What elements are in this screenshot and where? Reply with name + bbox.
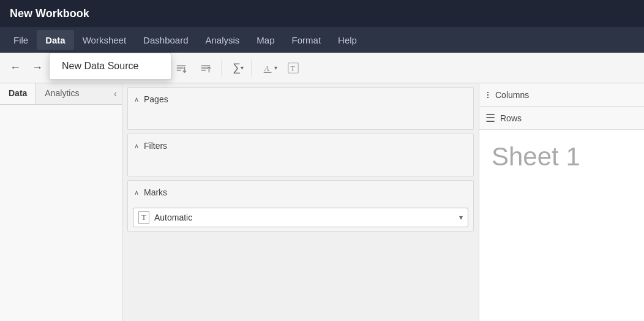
tab-data[interactable]: Data <box>0 83 36 104</box>
marks-dropdown-arrow: ▾ <box>459 213 463 222</box>
label-icon: A <box>262 62 274 74</box>
pages-shelf-body[interactable] <box>128 111 473 129</box>
sort-desc-button[interactable] <box>195 58 217 78</box>
forward-button[interactable]: → <box>27 58 48 78</box>
workbook-title: New Workbook <box>10 7 89 20</box>
data-dropdown-menu: New Data Source <box>49 53 171 80</box>
marks-type-label: Automatic <box>154 213 192 222</box>
sheet-title: Sheet 1 <box>492 142 580 172</box>
columns-icon: ⫶ <box>485 89 490 100</box>
svg-text:T: T <box>290 64 295 72</box>
tab-analytics[interactable]: Analytics <box>36 83 108 104</box>
panel-tabs: Data Analytics ‹ <box>0 83 122 105</box>
right-panel: ⫶ Columns ☰ Rows Sheet 1 <box>479 83 644 321</box>
marks-shelf-header: ∧ Marks <box>128 181 473 204</box>
menu-bar: File Data Worksheet Dashboard Analysis M… <box>0 27 644 53</box>
filters-shelf: ∧ Filters <box>127 134 474 176</box>
filters-label: Filters <box>144 141 167 151</box>
nav-buttons: ← → <box>5 58 48 78</box>
columns-shelf[interactable]: ⫶ Columns <box>479 83 644 107</box>
rows-label: Rows <box>500 113 522 123</box>
rows-icon: ☰ <box>485 111 495 125</box>
forward-icon: → <box>32 61 43 74</box>
pages-label: Pages <box>144 94 168 104</box>
marks-label: Marks <box>144 187 167 197</box>
rows-shelf[interactable]: ☰ Rows <box>479 107 644 130</box>
menu-help[interactable]: Help <box>329 30 365 50</box>
sort-asc-button[interactable] <box>170 58 192 78</box>
back-button[interactable]: ← <box>5 58 26 78</box>
label-button[interactable]: A ▾ <box>257 58 280 78</box>
marks-chevron-icon: ∧ <box>134 189 139 197</box>
title-bar: New Workbook <box>0 0 644 27</box>
toolbar-separator-4 <box>252 59 252 77</box>
text-icon: T <box>287 62 299 74</box>
menu-data[interactable]: Data <box>37 30 74 50</box>
svg-text:A: A <box>264 64 269 72</box>
back-icon: ← <box>10 61 21 74</box>
dropdown-arrow-3: ▾ <box>241 64 244 71</box>
marks-shelf: ∧ Marks T Automatic ▾ <box>127 180 474 232</box>
new-data-source-item[interactable]: New Data Source <box>50 53 171 79</box>
menu-worksheet[interactable]: Worksheet <box>74 30 135 50</box>
filters-chevron-icon: ∧ <box>134 142 139 150</box>
menu-file[interactable]: File <box>5 30 37 50</box>
pages-shelf: ∧ Pages <box>127 87 474 130</box>
pages-chevron-icon: ∧ <box>134 96 139 104</box>
main-area: Data Analytics ‹ ∧ Pages ∧ Filters ∧ <box>0 83 644 321</box>
aggregate-button[interactable]: ∑ ▾ <box>227 58 247 78</box>
pages-shelf-header: ∧ Pages <box>128 88 473 111</box>
dropdown-arrow-4: ▾ <box>274 64 277 71</box>
filters-shelf-header: ∧ Filters <box>128 134 473 157</box>
columns-label: Columns <box>495 90 529 100</box>
sort-asc-icon <box>175 62 187 74</box>
marks-type-dropdown[interactable]: T Automatic ▾ <box>133 208 468 227</box>
center-panel: ∧ Pages ∧ Filters ∧ Marks T Automatic ▾ <box>122 83 479 321</box>
marks-type-icon: T <box>138 211 149 224</box>
menu-dashboard[interactable]: Dashboard <box>135 30 197 50</box>
menu-map[interactable]: Map <box>248 30 283 50</box>
sheet-canvas: Sheet 1 <box>479 130 644 321</box>
menu-analysis[interactable]: Analysis <box>197 30 249 50</box>
filters-shelf-body[interactable] <box>128 157 473 176</box>
collapse-arrow[interactable]: ‹ <box>109 83 122 104</box>
sort-desc-icon <box>200 62 212 74</box>
left-panel: Data Analytics ‹ <box>0 83 122 321</box>
toolbar-separator-3 <box>222 59 222 77</box>
text-button[interactable]: T <box>282 58 304 78</box>
sigma-icon: ∑ <box>233 61 241 74</box>
menu-format[interactable]: Format <box>283 30 330 50</box>
